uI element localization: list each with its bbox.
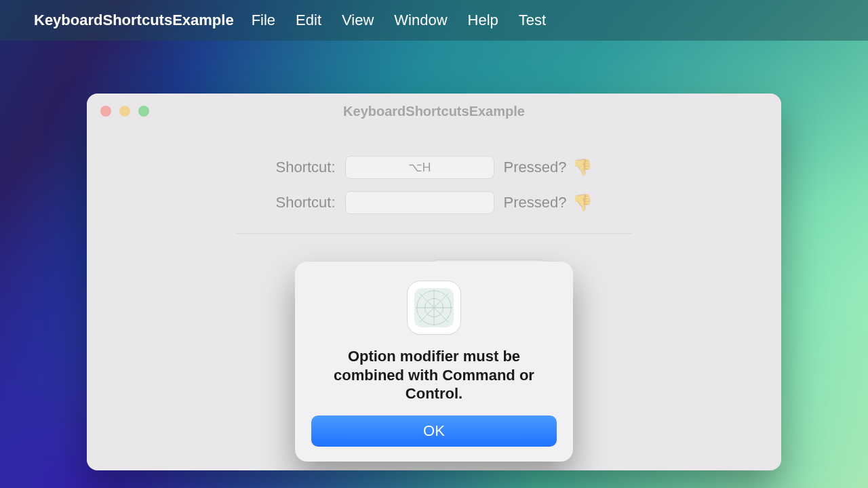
pressed-label: Pressed? bbox=[504, 159, 567, 176]
divider bbox=[236, 233, 632, 234]
pressed-label: Pressed? bbox=[504, 194, 567, 211]
zoom-icon[interactable] bbox=[138, 106, 149, 117]
thumbs-down-icon: 👎 bbox=[572, 158, 593, 177]
app-icon bbox=[407, 281, 461, 335]
alert-message: Option modifier must be combined with Co… bbox=[315, 347, 553, 403]
window-title: KeyboardShortcutsExample bbox=[343, 104, 525, 119]
shortcut-row: Shortcut: Pressed? 👎 bbox=[141, 191, 727, 214]
window-titlebar[interactable]: KeyboardShortcutsExample bbox=[87, 94, 781, 129]
menu-view[interactable]: View bbox=[342, 12, 374, 29]
ok-button[interactable]: OK bbox=[311, 415, 557, 447]
alert-sheet: Option modifier must be combined with Co… bbox=[295, 262, 573, 462]
shortcut-label: Shortcut: bbox=[276, 159, 336, 176]
shortcut-field[interactable]: ⌥H bbox=[345, 156, 494, 179]
app-menu[interactable]: KeyboardShortcutsExample bbox=[34, 12, 234, 29]
shortcut-field[interactable] bbox=[345, 191, 494, 214]
menu-test[interactable]: Test bbox=[519, 12, 546, 29]
menu-help[interactable]: Help bbox=[468, 12, 498, 29]
system-menubar: KeyboardShortcutsExample File Edit View … bbox=[0, 0, 868, 41]
thumbs-down-icon: 👎 bbox=[572, 193, 593, 212]
close-icon[interactable] bbox=[100, 106, 111, 117]
minimize-icon[interactable] bbox=[119, 106, 130, 117]
menu-file[interactable]: File bbox=[252, 12, 275, 29]
shortcut-row: Shortcut: ⌥H Pressed? 👎 bbox=[141, 156, 727, 179]
app-window: KeyboardShortcutsExample Shortcut: ⌥H Pr… bbox=[87, 94, 781, 470]
menu-edit[interactable]: Edit bbox=[296, 12, 321, 29]
shortcut-label: Shortcut: bbox=[276, 194, 336, 211]
menu-window[interactable]: Window bbox=[394, 12, 447, 29]
